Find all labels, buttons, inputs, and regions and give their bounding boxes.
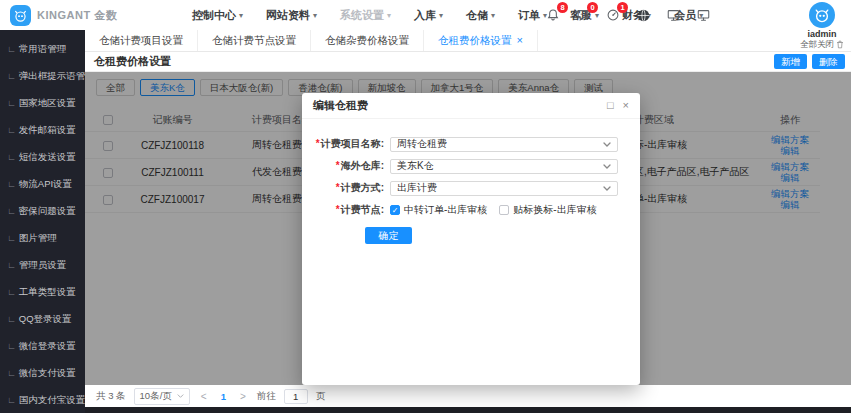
select-value: 美东K仓 (397, 159, 434, 173)
billing-node-options: ✓中转订单-出库审核贴标换标-出库审核 (390, 203, 597, 217)
sidebar-item[interactable]: ∟常用语管理 (0, 35, 85, 62)
field-select[interactable]: 出库计费 (390, 181, 618, 196)
sidebar-item[interactable]: ∟国家地区设置 (0, 89, 85, 116)
sidebar-item[interactable]: ∟短信发送设置 (0, 143, 85, 170)
field-label: 计费项目名称 (312, 137, 384, 151)
sidebar-item-label: 国内支付宝设置 (19, 394, 85, 405)
maximize-icon[interactable]: □ (607, 100, 614, 111)
dashboard-icon[interactable]: 1 (605, 7, 621, 23)
chevron-down-icon (603, 161, 611, 172)
prev-page-button[interactable]: < (198, 391, 210, 402)
checkbox[interactable]: ✓ (390, 205, 400, 215)
sidebar-item-label: QQ登录设置 (19, 313, 72, 324)
sidebar-item[interactable]: ∟工单类型设置 (0, 278, 85, 305)
modal-form-row: 计费节点✓中转订单-出库审核贴标换标-出库审核 (312, 199, 618, 221)
monitor-icon[interactable] (665, 7, 681, 23)
chevron-down-icon (603, 139, 611, 150)
delete-button[interactable]: 删除 (812, 54, 845, 69)
nav-menu-label: 订单 (518, 8, 540, 23)
checkbox-option[interactable]: 贴标换标-出库审核 (499, 203, 596, 217)
tree-branch-icon: ∟ (7, 44, 16, 54)
tree-branch-icon: ∟ (7, 233, 16, 243)
tree-branch-icon: ∟ (7, 287, 16, 297)
next-page-button[interactable]: > (237, 391, 249, 402)
tab[interactable]: 仓租费价格设置× (424, 30, 538, 51)
nav-menu-item[interactable]: 控制中心▾ (192, 8, 243, 23)
sidebar-item[interactable]: ∟弹出框提示语管理 (0, 62, 85, 89)
sidebar-item[interactable]: ∟微信登录设置 (0, 332, 85, 359)
brand[interactable]: KINGANT 金数 (0, 5, 192, 26)
sidebar-item-label: 国家地区设置 (19, 97, 76, 108)
page-size-select[interactable]: 10条/页 (134, 388, 190, 405)
sidebar-item-label: 短信发送设置 (19, 151, 76, 162)
nav-menu-item[interactable]: 仓储▾ (466, 8, 495, 23)
sidebar-item[interactable]: ∟微信支付设置 (0, 359, 85, 386)
avatar[interactable] (809, 2, 835, 28)
close-icon[interactable]: × (623, 100, 629, 111)
chevron-down-icon: ▾ (491, 11, 495, 20)
tab[interactable]: 仓储计费节点设置 (198, 30, 311, 51)
chevron-down-icon: ▾ (387, 11, 391, 20)
trash-icon (836, 40, 844, 49)
goto-label: 前往 (257, 390, 276, 403)
monitor-icon-2[interactable] (695, 7, 711, 23)
notification-badge: 1 (617, 2, 628, 13)
select-value: 周转仓租费 (397, 137, 447, 151)
nav-menu-item[interactable]: 网站资料▾ (266, 8, 317, 23)
nav-menu-item[interactable]: 入库▾ (414, 8, 443, 23)
tab-label: 仓储杂费价格设置 (325, 30, 409, 51)
nav-menu-label: 控制中心 (192, 8, 236, 23)
goto-page-input[interactable] (284, 389, 308, 404)
sidebar-item[interactable]: ∟图片管理 (0, 224, 85, 251)
field-label: 计费方式 (312, 181, 384, 195)
username[interactable]: iadmin (796, 29, 848, 39)
field-select[interactable]: 美东K仓 (390, 159, 618, 174)
add-button[interactable]: 新增 (774, 54, 807, 69)
message-icon[interactable]: 0 (575, 7, 591, 23)
page-unit-label: 页 (316, 390, 326, 403)
nav-menu-item[interactable]: 系统设置▾ (340, 8, 391, 23)
close-all-button[interactable]: 全部关闭 (796, 39, 848, 50)
sidebar-item[interactable]: ∟密保问题设置 (0, 197, 85, 224)
tab[interactable]: 仓储计费项目设置 (85, 30, 198, 51)
sidebar-item[interactable]: ∟发件邮箱设置 (0, 116, 85, 143)
chevron-down-icon: ▾ (439, 11, 443, 20)
sidebar-item[interactable]: ∟国内支付宝设置 (0, 386, 85, 413)
nav-menu-label: 入库 (414, 8, 436, 23)
app-window: KINGANT 金数 控制中心▾网站资料▾系统设置▾入库▾仓储▾订单▾客服▾财务… (0, 0, 851, 413)
tab[interactable]: 仓储杂费价格设置 (311, 30, 424, 51)
modal-form-row: 计费方式出库计费 (312, 177, 618, 199)
checkbox-option[interactable]: ✓中转订单-出库审核 (390, 203, 487, 217)
tree-branch-icon: ∟ (7, 368, 16, 378)
nav-menu-label: 网站资料 (266, 8, 310, 23)
edit-rent-fee-modal: 编辑仓租费 □ × 计费项目名称周转仓租费海外仓库美东K仓计费方式出库计费计费节… (302, 93, 640, 385)
tree-branch-icon: ∟ (7, 98, 16, 108)
nav-menu-item[interactable]: 订单▾ (518, 8, 547, 23)
tree-branch-icon: ∟ (7, 152, 16, 162)
modal-title: 编辑仓租费 (313, 98, 368, 113)
current-page[interactable]: 1 (218, 391, 229, 402)
tab-label: 仓储计费项目设置 (99, 30, 183, 51)
tab-bar: 仓储计费项目设置仓储计费节点设置仓储杂费价格设置仓租费价格设置× (85, 30, 851, 52)
sidebar-item-label: 管理员设置 (19, 259, 67, 270)
confirm-button[interactable]: 确定 (365, 227, 412, 244)
checkbox-label: 中转订单-出库审核 (404, 203, 487, 217)
checkbox-label: 贴标换标-出库审核 (513, 203, 596, 217)
globe-icon[interactable] (635, 7, 651, 23)
modal-body: 计费项目名称周转仓租费海外仓库美东K仓计费方式出库计费计费节点✓中转订单-出库审… (302, 119, 640, 221)
sidebar-item-label: 物流API设置 (19, 178, 72, 189)
close-icon[interactable]: × (517, 35, 523, 46)
sidebar-item[interactable]: ∟管理员设置 (0, 251, 85, 278)
tab-label: 仓租费价格设置 (438, 30, 512, 51)
sidebar-item[interactable]: ∟QQ登录设置 (0, 305, 85, 332)
bell-icon[interactable]: 8 (545, 7, 561, 23)
tree-branch-icon: ∟ (7, 314, 16, 324)
tree-branch-icon: ∟ (7, 206, 16, 216)
sidebar-item-label: 弹出框提示语管理 (19, 70, 85, 81)
field-label: 计费节点 (312, 203, 384, 217)
chevron-down-icon (177, 394, 184, 399)
sidebar-item-label: 微信支付设置 (19, 367, 76, 378)
sidebar-item[interactable]: ∟物流API设置 (0, 170, 85, 197)
checkbox[interactable] (499, 205, 509, 215)
field-select[interactable]: 周转仓租费 (390, 137, 618, 152)
